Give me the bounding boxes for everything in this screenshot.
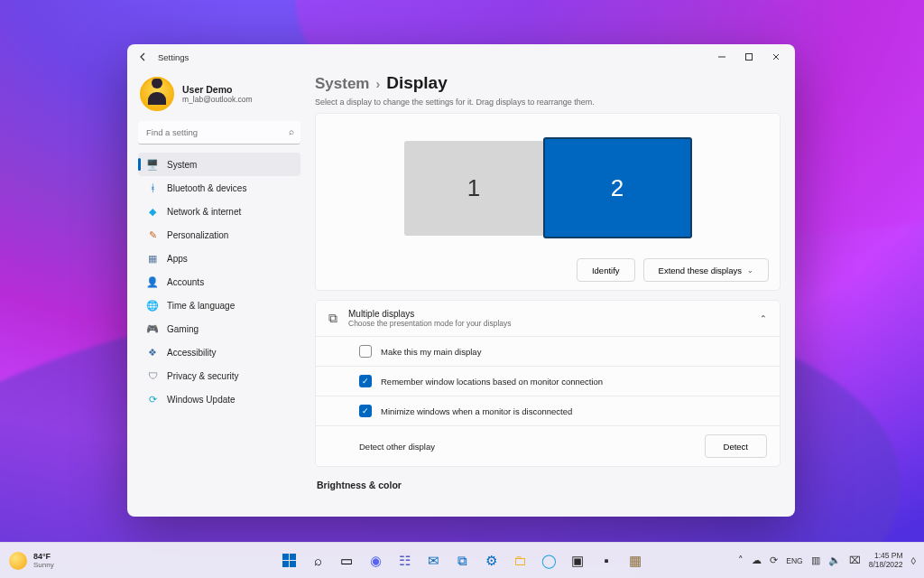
chat-icon: ◉ [370,553,382,569]
edge-icon: ◯ [541,553,557,569]
gaming-icon: 🎮 [146,323,159,335]
profile-header[interactable]: User Demo m_lab@outlook.com [138,75,300,115]
profile-email: m_lab@outlook.com [182,95,253,104]
sidebar-item-network-internet[interactable]: ◆Network & internet [138,200,300,223]
taskbar-app-settings[interactable]: ⚙ [478,548,504,573]
network-internet-icon: ◆ [146,206,159,218]
monitor-1[interactable]: 1 [404,141,544,236]
multiple-displays-option[interactable]: ✓Remember window locations based on moni… [316,366,780,396]
battery-icon[interactable]: ⌧ [849,555,861,566]
teams-icon: ☷ [399,553,411,569]
page-subtext: Select a display to change the settings … [315,98,781,107]
chevron-up-icon: ⌄ [760,313,767,323]
mail-icon: ✉ [428,553,439,569]
sidebar-item-label: Apps [167,254,188,264]
tray-language[interactable]: ENG [786,556,802,565]
search-field[interactable]: ⌕ [138,121,300,144]
identify-button[interactable]: Identify [577,258,635,282]
privacy-security-icon: 🛡 [146,370,159,381]
search-icon: ⌕ [314,553,322,568]
sidebar-item-label: Personalization [167,230,228,240]
checkbox-checked-icon[interactable]: ✓ [359,375,372,387]
start-button[interactable] [276,548,301,573]
accounts-icon: 👤 [146,276,159,288]
sidebar-item-bluetooth-devices[interactable]: ᚼBluetooth & devices [138,176,300,200]
tray-chevron-icon[interactable]: ˄ [738,555,744,566]
sidebar-item-personalization[interactable]: ✎Personalization [138,223,300,247]
apps-icon: ▦ [146,253,159,265]
breadcrumb-current: Display [386,73,448,93]
volume-icon[interactable]: 🔈 [828,555,841,566]
taskbar-app-explorer[interactable]: 🗀 [507,548,532,573]
sidebar-item-time-language[interactable]: 🌐Time & language [138,294,300,317]
time-language-icon: 🌐 [146,300,159,312]
search-taskbar-button[interactable]: ⌕ [305,548,330,573]
minimize-icon [717,52,726,61]
back-button[interactable] [136,50,151,64]
arrow-left-icon [138,51,149,62]
multiple-displays-header[interactable]: ⧉ Multiple displays Choose the presentat… [316,301,780,336]
taskbar-app-teams[interactable]: ☷ [392,548,417,573]
sidebar-item-label: Gaming [167,324,199,334]
breadcrumb: System › Display [315,73,781,93]
multiple-displays-option[interactable]: ✓Minimize windows when a monitor is disc… [316,396,780,425]
taskbar-center: ⌕ ▭ ◉ ☷ ✉ ⧉ ⚙ 🗀 ◯ ▣ ▪ ▦ [276,548,648,573]
multiple-displays-icon: ⧉ [328,311,337,326]
avatar [140,77,174,111]
close-button[interactable] [762,46,790,68]
sidebar-item-label: Accounts [167,277,204,287]
sidebar-item-label: Time & language [167,301,235,311]
taskbar-clock[interactable]: 1:45 PM 8/18/2022 [869,552,903,570]
weather-cond: Sunny [33,561,54,569]
svg-rect-1 [746,54,753,61]
taskbar-app-misc[interactable]: ▦ [623,548,648,573]
section-brightness-title: Brightness & color [317,480,781,490]
detect-other-display-row: Detect other displayDetect [316,425,780,466]
main-content: System › Display Select a display to cha… [310,70,795,517]
checkbox-checked-icon[interactable]: ✓ [359,405,372,417]
taskbar: 84°F Sunny ⌕ ▭ ◉ ☷ ✉ ⧉ ⚙ 🗀 ◯ ▣ ▪ ▦ ˄ ☁ ⟳… [0,542,924,578]
sidebar-item-accessibility[interactable]: ❖Accessibility [138,340,300,364]
taskbar-app-edge[interactable]: ◯ [536,548,561,573]
weather-temp: 84°F [33,552,54,561]
tray-status-icon[interactable]: ⟳ [770,555,778,566]
sun-icon [9,552,27,570]
minimize-button[interactable] [708,46,735,68]
sidebar-item-accounts[interactable]: 👤Accounts [138,270,300,294]
taskbar-app-pwsh[interactable]: ▣ [565,548,590,573]
monitor-2[interactable]: 2 [543,137,692,238]
detect-other-display-label: Detect other display [359,442,435,452]
checkbox-unchecked-icon[interactable] [359,345,372,358]
sidebar-item-windows-update[interactable]: ⟳Windows Update [138,387,300,411]
store-icon: ⧉ [457,553,467,569]
sidebar-item-label: Privacy & security [167,371,238,381]
search-input[interactable] [138,121,300,144]
extend-dropdown[interactable]: Extend these displays ⌄ [643,258,769,282]
windows-logo-icon [282,554,296,567]
multiple-displays-card: ⧉ Multiple displays Choose the presentat… [315,300,781,467]
sidebar-item-privacy-security[interactable]: 🛡Privacy & security [138,364,300,387]
task-view-button[interactable]: ▭ [334,548,359,573]
close-icon [772,52,781,61]
sidebar-item-gaming[interactable]: 🎮Gaming [138,317,300,340]
option-label: Minimize windows when a monitor is disco… [381,406,572,416]
detect-button[interactable]: Detect [705,434,767,458]
taskbar-app-store[interactable]: ⧉ [449,548,475,573]
taskbar-app-chat[interactable]: ◉ [363,548,388,573]
onedrive-icon[interactable]: ☁ [752,555,762,566]
sidebar-item-label: Network & internet [167,207,241,217]
notifications-icon[interactable]: ◊ [911,555,916,566]
network-icon[interactable]: ▥ [811,555,820,566]
multiple-displays-option[interactable]: Make this my main display [316,337,780,366]
taskbar-app-terminal[interactable]: ▪ [594,548,619,573]
shell-icon: ▪ [604,553,608,568]
option-label: Remember window locations based on monit… [381,377,603,387]
maximize-button[interactable] [735,46,762,68]
taskbar-app-mail[interactable]: ✉ [420,548,446,573]
taskbar-weather[interactable]: 84°F Sunny [0,552,54,570]
breadcrumb-parent[interactable]: System [315,75,369,93]
option-label: Make this my main display [381,347,481,357]
folder-icon: 🗀 [513,553,527,568]
sidebar-item-apps[interactable]: ▦Apps [138,247,300,270]
sidebar-item-system[interactable]: 🖥️System [138,153,300,176]
